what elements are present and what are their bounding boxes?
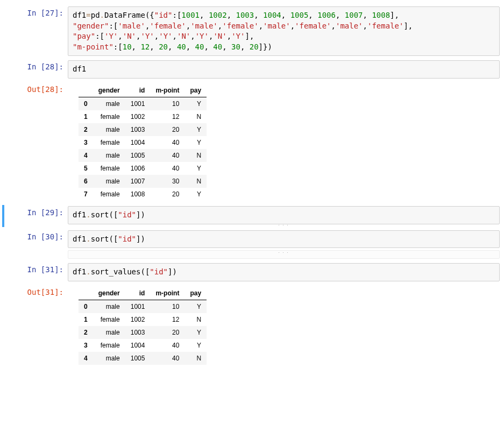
code-content-30: df1.sort(["id"]) [73,234,495,245]
code-input-29[interactable]: df1.sort(["id"]) [68,206,500,224]
output-area-28: gender id m-point pay 0male100110Y1femal… [68,83,500,202]
out-prompt-31: Out[31]: [4,286,68,366]
cell-27: In [27]: df1=pd.DataFrame({"id":[1001, 1… [4,5,500,57]
table-row: 5female100640Y [79,162,207,175]
out-prompt-28: Out[28]: [4,83,68,202]
cell-31: In [31]: df1.sort_values(["id"]) [4,262,500,282]
dataframe-table-28: gender id m-point pay 0male100110Y1femal… [79,84,207,201]
col-id: id [125,287,151,300]
col-gender: gender [93,287,125,300]
table-body-28: 0male100110Y1female100212N2male100320Y3f… [79,97,207,201]
code-input-31[interactable]: df1.sort_values(["id"]) [68,263,500,281]
output-area-31: gender id m-point pay 0male100110Y1femal… [68,286,500,366]
table-row: 2male100320Y [79,123,207,136]
table-body-31: 0male100110Y1female100212N2male100320Y3f… [79,300,207,365]
table-row: 1female100212N [79,313,207,326]
col-mpoint: m-point [150,287,184,300]
code-input-27[interactable]: df1=pd.DataFrame({"id":[1001, 1002, 1003… [68,6,500,56]
in-prompt-27: In [27]: [4,6,68,56]
table-row: 4male100540N [79,352,207,365]
table-row: 0male100110Y [79,300,207,313]
table-row: 1female100212N [79,110,207,123]
in-prompt-28: In [28]: [4,60,68,79]
col-pay: pay [184,84,207,97]
col-mpoint: m-point [150,84,184,97]
table-row: 2male100320Y [79,326,207,339]
collapsed-output-30[interactable]: . . . [68,250,500,259]
table-row: 3female100440Y [79,136,207,149]
table-row: 3female100440Y [79,339,207,352]
col-pay: pay [184,287,207,300]
code-input-30[interactable]: df1.sort(["id"]) [68,230,500,249]
code-content-27: df1=pd.DataFrame({"id":[1001, 1002, 1003… [73,10,495,52]
table-row: 4male100540N [79,149,207,162]
cell-28: In [28]: df1 [4,59,500,80]
dataframe-table-31: gender id m-point pay 0male100110Y1femal… [79,287,207,365]
code-content-29: df1.sort(["id"]) [73,210,495,221]
in-prompt-31: In [31]: [4,263,68,281]
code-input-28[interactable]: df1 [68,60,500,79]
code-content-31: df1.sort_values(["id"]) [73,267,495,278]
cell-28-output: Out[28]: gender id m-point pay 0male1001… [4,82,500,203]
collapsed-output-29[interactable]: . . . [68,222,500,226]
code-content-28: df1 [73,64,495,75]
cell-31-output: Out[31]: gender id m-point pay 0male1001… [4,285,500,367]
col-gender: gender [93,84,125,97]
col-id: id [125,84,151,97]
table-row: 7female100820Y [79,188,207,201]
cell-29: In [29]: df1.sort(["id"]) . . . [2,205,500,227]
in-prompt-29: In [29]: [4,206,68,226]
table-row: 0male100110Y [79,97,207,110]
cell-30: In [30]: df1.sort(["id"]) . . . [4,229,500,260]
table-row: 6male100730N [79,175,207,188]
in-prompt-30: In [30]: [4,230,68,259]
